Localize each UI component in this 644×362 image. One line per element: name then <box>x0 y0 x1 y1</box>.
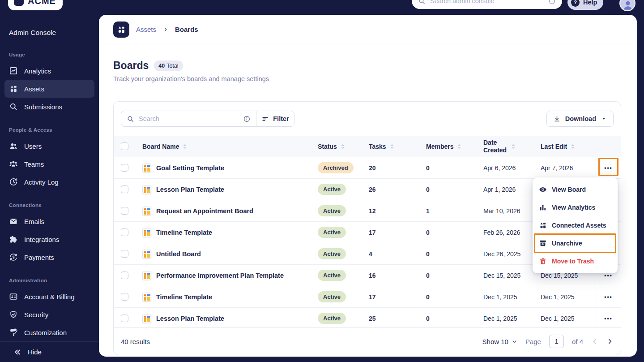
search-icon <box>418 0 426 5</box>
sidebar-section-label: People & Access <box>9 126 90 134</box>
page-number-input[interactable] <box>549 335 564 348</box>
download-button[interactable]: Download <box>546 111 614 127</box>
previous-page-button[interactable] <box>591 338 598 345</box>
menu-item-view-board[interactable]: View Board <box>533 181 618 198</box>
help-label: Help <box>583 0 597 6</box>
header-checkbox-cell <box>114 142 135 150</box>
column-header-board-name[interactable]: Board Name <box>135 143 318 150</box>
search-icon <box>9 102 18 111</box>
row-checkbox[interactable] <box>121 207 128 215</box>
sidebar-section: UsageAnalyticsAssetsSubmissions <box>4 51 94 116</box>
column-header-label: Date Created <box>483 139 508 153</box>
sidebar-item-customization[interactable]: Customization <box>4 323 94 341</box>
search-icon <box>127 115 134 123</box>
date-created-cell: Feb 26, 2026 <box>483 229 541 236</box>
column-header-last-edit[interactable]: Last Edit <box>541 143 596 150</box>
hide-label: Hide <box>28 348 42 356</box>
sidebar-item-label: Users <box>24 142 42 150</box>
page-subtitle: Track your organization's boards and man… <box>113 75 623 82</box>
row-checkbox[interactable] <box>121 164 128 172</box>
sidebar-item-label: Emails <box>24 218 44 225</box>
sidebar-section: AdministrationAccount & BillingSecurityC… <box>4 277 94 341</box>
sidebar-item-integrations[interactable]: Integrations <box>4 230 94 248</box>
row-checkbox[interactable] <box>121 250 128 258</box>
sidebar-item-submissions[interactable]: Submissions <box>4 98 94 116</box>
row-actions-button[interactable]: ••• <box>600 312 618 325</box>
global-search-input[interactable] <box>430 0 544 4</box>
board-name-cell: Timeline Template <box>135 293 318 302</box>
table-search[interactable] <box>121 111 256 126</box>
show-per-page-select[interactable]: Show 10 <box>482 338 517 345</box>
column-header-tasks[interactable]: Tasks <box>369 143 426 150</box>
page-title: Boards <box>113 60 149 72</box>
sort-icon <box>340 143 346 150</box>
screen: ACME Admin Console UsageAnalyticsAssetsS… <box>0 0 644 362</box>
sidebar-item-analytics[interactable]: Analytics <box>4 62 94 80</box>
members-cell: 0 <box>426 315 483 322</box>
results-count: 40 results <box>121 338 150 345</box>
sort-icon <box>570 143 576 150</box>
column-header-content: Tasks <box>369 143 426 150</box>
next-page-button[interactable] <box>606 338 614 345</box>
board-icon <box>142 207 151 215</box>
row-checkbox[interactable] <box>121 185 128 193</box>
sidebar-item-label: Integrations <box>24 236 59 243</box>
filter-button[interactable]: Filter <box>256 111 294 126</box>
info-icon[interactable] <box>548 0 556 5</box>
sidebar-item-label: Submissions <box>24 103 62 111</box>
user-avatar[interactable] <box>619 0 635 11</box>
sidebar-item-teams[interactable]: Teams <box>4 155 94 173</box>
page-of-label: of 4 <box>572 338 583 345</box>
info-icon[interactable] <box>243 115 251 123</box>
row-actions-button[interactable]: ••• <box>600 291 618 303</box>
sidebar-item-hide[interactable]: Hide <box>0 341 99 362</box>
row-checkbox[interactable] <box>121 315 128 322</box>
menu-item-view-analytics[interactable]: View Analytics <box>533 198 618 216</box>
row-checkbox[interactable] <box>121 228 128 236</box>
sidebar-section: People & AccessUsersTeamsActivity Log <box>4 126 94 191</box>
menu-item-label: Move to Trash <box>552 258 594 265</box>
table-row: Lesson Plan TemplateActive250Dec 1, 2025… <box>114 308 621 329</box>
filter-icon <box>261 115 269 123</box>
board-name-cell: Timeline Template <box>135 228 318 237</box>
unarchive-icon <box>539 239 547 247</box>
board-name: Lesson Plan Template <box>156 315 224 322</box>
global-search[interactable] <box>412 0 562 9</box>
sidebar-item-payments[interactable]: $Payments <box>4 248 94 266</box>
column-header-content: Status <box>318 143 369 150</box>
column-header-status[interactable]: Status <box>318 143 369 150</box>
sidebar-item-users[interactable]: Users <box>4 137 94 155</box>
column-header-members[interactable]: Members <box>426 143 483 150</box>
security-icon <box>9 310 18 319</box>
help-button[interactable]: ? Help <box>567 0 603 10</box>
select-all-checkbox[interactable] <box>121 142 128 150</box>
users-icon <box>9 142 18 151</box>
board-name: Lesson Plan Template <box>156 186 224 193</box>
menu-item-move-to-trash[interactable]: Move to Trash <box>533 252 618 270</box>
row-actions-menu: View BoardView AnalyticsConnected Assets… <box>533 177 618 273</box>
menu-item-label: Connected Assets <box>552 222 606 229</box>
column-header-label: Members <box>426 143 453 150</box>
sidebar-item-assets[interactable]: Assets <box>4 80 94 98</box>
sidebar-item-account-billing[interactable]: Account & Billing <box>4 288 94 306</box>
menu-item-unarchive[interactable]: Unarchive <box>533 234 618 252</box>
sidebar-item-label: Teams <box>24 160 44 168</box>
breadcrumb-assets[interactable]: Assets <box>136 26 156 33</box>
board-icon <box>142 314 151 323</box>
column-header-date-created[interactable]: Date Created <box>483 139 541 153</box>
tasks-cell: 12 <box>369 207 426 215</box>
status-cell: Active <box>318 270 369 281</box>
status-cell: Active <box>318 313 369 324</box>
sidebar-item-activity-log[interactable]: Activity Log <box>4 173 94 191</box>
integrations-icon <box>9 235 18 244</box>
menu-item-connected-assets[interactable]: Connected Assets <box>533 216 618 234</box>
sidebar: ACME Admin Console UsageAnalyticsAssetsS… <box>0 0 99 362</box>
sidebar-item-emails[interactable]: Emails <box>4 212 94 230</box>
row-actions-button[interactable]: ••• <box>600 162 618 174</box>
row-checkbox[interactable] <box>121 293 128 301</box>
table-search-input[interactable] <box>139 115 239 122</box>
sidebar-item-security[interactable]: Security <box>4 306 94 323</box>
row-checkbox[interactable] <box>121 272 128 279</box>
date-created-cell: Apr 1, 2026 <box>483 186 541 193</box>
question-icon: ? <box>571 0 580 7</box>
